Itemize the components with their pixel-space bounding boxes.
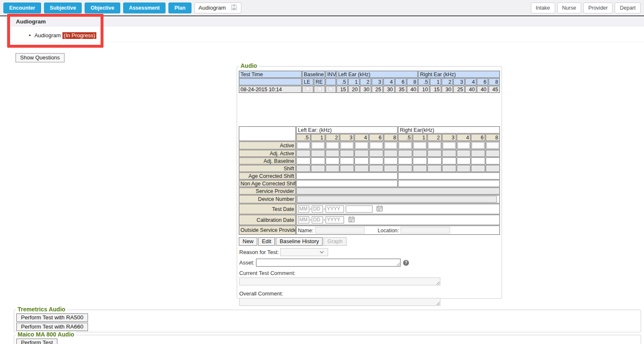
right-value-cell: 15	[430, 86, 441, 93]
detail-right-ear-header: Right Ear(kHz)	[398, 126, 500, 133]
reason-for-test-select[interactable]	[280, 248, 328, 256]
results-data-row[interactable]: 08-24-2015 10:14 15 20 30 25 30 35 40 10…	[239, 86, 500, 93]
col-re: RE	[314, 78, 325, 85]
reason-for-test-label: Reason for Test:	[239, 249, 279, 255]
save-icon	[231, 4, 237, 12]
calendar-icon[interactable]	[348, 218, 355, 224]
help-icon[interactable]: ?	[403, 260, 409, 266]
freq-header: 6	[471, 134, 485, 141]
nav-subjective-button[interactable]: Subjective	[44, 3, 82, 13]
asset-input[interactable]	[256, 259, 401, 267]
calibration-day-input[interactable]	[312, 216, 323, 223]
freq-header: 8	[486, 134, 500, 141]
outside-location-input[interactable]	[401, 227, 450, 234]
active-value-input[interactable]	[326, 142, 339, 149]
perform-test-ra500-button[interactable]: Perform Test with RA500	[16, 313, 88, 322]
date-separator: -	[323, 217, 325, 223]
freq-header: 2	[442, 78, 453, 85]
provider-button[interactable]: Provider	[583, 3, 613, 13]
left-value-cell: 25	[372, 86, 383, 93]
row-device-number: Device Number	[239, 195, 500, 203]
row-label-device-number: Device Number	[239, 195, 296, 203]
intake-button[interactable]: Intake	[531, 3, 555, 13]
freq-header: 2	[427, 134, 442, 141]
active-value-input[interactable]	[370, 142, 383, 149]
row-label-non-age-corrected: Non Age Corrected Shift	[239, 180, 296, 187]
new-button[interactable]: New	[239, 237, 257, 246]
baseline-history-button[interactable]: Baseline History	[276, 237, 323, 246]
freq-header: 8	[489, 78, 500, 85]
test-date-day-input[interactable]	[312, 205, 323, 213]
overall-comment-textarea[interactable]	[239, 298, 440, 306]
col-right-ear: Right Ear (kHz)	[418, 71, 500, 78]
show-questions-button[interactable]: Show Questions	[16, 53, 65, 62]
nav-assessment-button[interactable]: Assessment	[123, 3, 166, 13]
questionnaire-link[interactable]: Audiogram	[34, 32, 61, 39]
nav-plan-button[interactable]: Plan	[168, 3, 191, 13]
calibration-year-input[interactable]	[326, 216, 344, 223]
active-value-input[interactable]	[385, 142, 397, 149]
freq-header: .5	[398, 134, 412, 141]
right-value-cell: 10	[418, 86, 429, 93]
col-left-ear: Left Ear (kHz)	[336, 71, 418, 78]
calibration-month-input[interactable]	[298, 216, 309, 223]
left-value-cell: 35	[395, 86, 406, 93]
tremetrics-audio-section: Tremetrics Audio Perform Test with RA500…	[14, 310, 641, 332]
row-service-provider: Service Provider	[239, 187, 500, 195]
active-value-input[interactable]	[472, 142, 484, 149]
test-time-input[interactable]	[346, 205, 372, 213]
active-value-input[interactable]	[486, 142, 499, 149]
current-test-comment-textarea[interactable]	[239, 277, 440, 285]
results-header-row-1: Test Time Baseline INV Left Ear (kHz) Ri…	[239, 71, 500, 78]
freq-header: 2	[360, 78, 371, 85]
active-value-input[interactable]	[399, 142, 411, 149]
active-value-input[interactable]	[297, 142, 310, 149]
row-outside-service-provider: Outside Service Provider Name: Location:	[239, 226, 500, 235]
date-separator: -	[323, 206, 325, 212]
status-badge: (In Progress)	[62, 32, 96, 39]
row-label-test-date: Test Date	[239, 204, 296, 214]
outside-location-label: Location:	[378, 228, 399, 234]
active-value-input[interactable]	[341, 142, 353, 149]
left-value-cell: 40	[407, 86, 418, 93]
nav-encounter-button[interactable]: Encounter	[3, 3, 41, 13]
maico-perform-test-button[interactable]: Perform Test	[16, 339, 57, 344]
freq-header: 3	[453, 78, 465, 85]
active-value-input[interactable]	[458, 142, 470, 149]
save-button[interactable]	[231, 4, 237, 12]
active-value-input[interactable]	[443, 142, 455, 149]
outside-name-input[interactable]	[315, 227, 365, 234]
left-value-cell: 30	[360, 86, 371, 93]
device-number-input[interactable]	[297, 196, 497, 203]
active-value-input[interactable]	[312, 142, 324, 149]
active-value-input[interactable]	[355, 142, 368, 149]
graph-button: Graph	[323, 237, 346, 246]
left-value-cell: 30	[383, 86, 395, 93]
inv-checkbox	[328, 87, 333, 91]
baseline-le-cell	[302, 86, 313, 93]
row-active: Active	[239, 141, 500, 149]
tab-audiogram-label: Audiogram	[199, 5, 226, 11]
maico-audio-section: Maico MA 800 Audio Perform Test	[14, 335, 641, 344]
baseline-re-checkbox	[317, 87, 322, 91]
maico-legend: Maico MA 800 Audio	[16, 331, 76, 338]
test-date-year-input[interactable]	[326, 205, 344, 213]
reason-for-test-row: Reason for Test:	[239, 248, 500, 256]
questionnaire-panel: Audiogram •Audiogram(In Progress)	[8, 17, 644, 48]
depart-button[interactable]: Depart	[615, 3, 641, 13]
edit-button[interactable]: Edit	[258, 237, 275, 246]
date-separator: -	[310, 217, 311, 223]
stage-button-group: Intake Nurse Provider Depart	[531, 3, 641, 13]
calendar-icon[interactable]	[376, 207, 383, 213]
tab-audiogram[interactable]: Audiogram	[194, 3, 241, 13]
freq-header: 3	[340, 134, 354, 141]
nurse-button[interactable]: Nurse	[557, 3, 581, 13]
right-value-cell: 40	[477, 86, 488, 93]
perform-test-ra660-button[interactable]: Perform Test with RA660	[16, 323, 88, 331]
active-value-input[interactable]	[428, 142, 441, 149]
outside-name-label: Name:	[298, 228, 313, 234]
nav-objective-button[interactable]: Objective	[85, 3, 120, 13]
col-empty	[239, 78, 302, 85]
test-date-month-input[interactable]	[298, 205, 309, 213]
active-value-input[interactable]	[414, 142, 426, 149]
